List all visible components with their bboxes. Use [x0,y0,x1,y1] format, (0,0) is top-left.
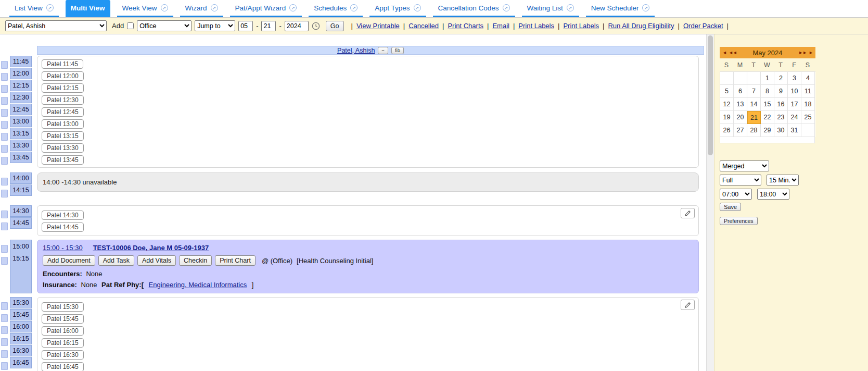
calendar-day[interactable]: 14 [747,98,761,111]
calendar-day[interactable]: 23 [774,111,788,124]
jump-to-select[interactable]: Jump to [195,20,235,31]
calendar-day[interactable]: 12 [720,98,734,111]
tab-week-view[interactable]: Week View ↗ [117,0,173,17]
end-time-select[interactable]: 18:00 [757,189,789,200]
calendar-day[interactable]: 13 [734,98,747,111]
slot-button[interactable]: Patel 15:45 [42,314,84,324]
collapse-provider-button[interactable]: − [378,47,388,54]
popout-icon[interactable]: ↗ [414,4,421,11]
next-month-icon[interactable]: ►► [798,50,807,55]
popout-icon[interactable]: ↗ [161,4,168,11]
calendar-day[interactable]: 31 [788,124,801,137]
time-label[interactable]: 12:00 [10,68,32,79]
appointment-time-link[interactable]: 15:00 - 15:30 [43,244,83,252]
zoom-select[interactable]: Full [720,175,761,186]
calendar-day[interactable]: 4 [801,72,815,85]
time-label[interactable]: 14:30 [10,205,32,217]
link-cancelled[interactable]: Cancelled [409,22,439,30]
calendar-day[interactable]: 29 [761,124,774,137]
edit-icon[interactable] [681,208,695,218]
tab-pat-appt-wizard[interactable]: Pat/Appt Wizard ↗ [230,0,302,17]
calendar-day[interactable]: 22 [761,111,774,124]
referring-physician-link[interactable]: Engineering, Medical Informatics [149,281,247,289]
time-label[interactable]: 13:30 [10,140,32,151]
start-time-select[interactable]: 07:00 [720,189,752,200]
link-order-packet[interactable]: Order Packet [683,22,723,30]
link-print-labels-2[interactable]: Print Labels [563,22,599,30]
calendar-day[interactable]: 28 [747,124,761,137]
time-label[interactable]: 13:15 [10,128,32,139]
prev-month-icon[interactable]: ◄◄ [729,50,737,55]
date-month-input[interactable] [238,21,253,31]
calendar-day[interactable]: 19 [720,111,734,124]
calendar-day[interactable]: 2 [774,72,788,85]
calendar-day-selected[interactable]: 21 [747,111,761,124]
scrollbar-thumb[interactable] [708,35,713,155]
next-year-icon[interactable]: ► [809,50,813,55]
time-label[interactable]: 13:45 [10,152,32,163]
date-year-input[interactable] [285,21,309,31]
time-label[interactable]: 14:45 [10,217,32,229]
time-label[interactable]: 16:45 [10,357,32,368]
calendar-day[interactable]: 9 [774,85,788,98]
time-label[interactable]: 12:30 [10,92,32,103]
calendar-day[interactable]: 5 [720,85,734,98]
slot-button[interactable]: Patel 16:00 [42,326,84,336]
tab-schedules[interactable]: Schedules ↗ [309,0,363,17]
tab-cancellation-codes[interactable]: Cancellation Codes ↗ [433,0,515,17]
calendar-day[interactable]: 26 [720,124,734,137]
popout-icon[interactable]: ↗ [46,4,54,11]
slot-button[interactable]: Patel 14:45 [42,222,84,232]
tab-wizard[interactable]: Wizard ↗ [180,0,223,17]
slot-button[interactable]: Patel 16:30 [42,350,84,360]
print-chart-button[interactable]: Print Chart [215,255,256,266]
time-label[interactable]: 11:45 [10,56,32,67]
slot-button[interactable]: Patel 11:45 [42,59,83,69]
calendar-day[interactable]: 25 [801,111,815,124]
slot-button[interactable]: Patel 12:30 [42,95,84,105]
calendar-day[interactable]: 7 [747,85,761,98]
patient-link[interactable]: TEST-10006 Doe, Jane M 05-09-1937 [93,244,209,252]
add-appointment-checkbox[interactable] [127,22,134,29]
link-print-charts[interactable]: Print Charts [448,22,483,30]
calendar-day[interactable]: 17 [788,98,801,111]
vertical-scrollbar[interactable] [706,34,714,371]
calendar-day[interactable]: 16 [774,98,788,111]
calendar-day[interactable]: 3 [788,72,801,85]
popout-icon[interactable]: ↗ [642,4,649,11]
calendar-day[interactable]: 1 [761,72,774,85]
time-label[interactable]: 15:00 [10,240,31,252]
popout-icon[interactable]: ↗ [350,4,358,11]
popout-icon[interactable]: ↗ [503,4,510,11]
preferences-button[interactable]: Preferences [720,217,758,225]
interval-select[interactable]: 15 Min. [767,175,799,186]
prev-year-icon[interactable]: ◄ [722,50,726,55]
tab-new-scheduler[interactable]: New Scheduler ↗ [586,0,655,17]
slot-button[interactable]: Patel 13:45 [42,155,84,165]
slot-button[interactable]: Patel 13:15 [42,131,84,141]
popout-icon[interactable]: ↗ [567,4,574,11]
add-task-button[interactable]: Add Task [98,255,134,266]
tab-appt-types[interactable]: Appt Types ↗ [369,0,426,17]
time-label[interactable]: 15:30 [10,297,32,308]
time-label[interactable]: 16:30 [10,345,32,356]
time-label[interactable]: 15:15 [10,252,31,264]
time-label[interactable]: 16:00 [10,321,32,332]
calendar-day[interactable]: 30 [774,124,788,137]
calendar-day[interactable]: 18 [801,98,815,111]
tab-waiting-list[interactable]: Waiting List ↗ [522,0,579,17]
link-view-printable[interactable]: View Printable [356,22,400,30]
slot-button[interactable]: Patel 12:45 [42,107,84,117]
slot-button[interactable]: Patel 14:30 [42,211,84,220]
popout-icon[interactable]: ↗ [211,4,218,11]
slot-button[interactable]: Patel 15:30 [42,302,84,312]
clock-icon[interactable] [312,21,321,30]
slot-button[interactable]: Patel 13:30 [42,143,84,153]
slot-button[interactable]: Patel 12:00 [42,71,84,81]
calendar-day[interactable]: 8 [761,85,774,98]
view-mode-select[interactable]: Merged [720,160,769,171]
calendar-day[interactable]: 24 [788,111,801,124]
add-document-button[interactable]: Add Document [43,255,95,266]
save-button[interactable]: Save [720,203,741,211]
provider-name-link[interactable]: Patel, Ashish [337,47,375,54]
